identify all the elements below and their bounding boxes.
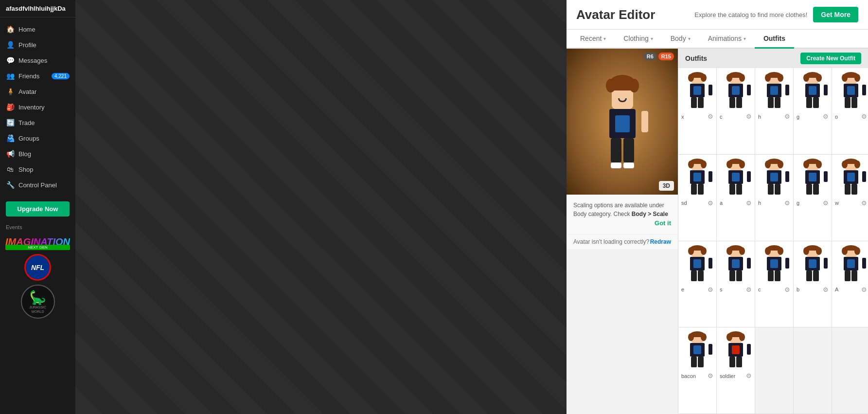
list-item[interactable]: e ⚙ <box>678 241 717 328</box>
mini-legs <box>806 184 819 195</box>
list-item[interactable]: soldier ⚙ <box>717 327 755 414</box>
3d-toggle-button[interactable]: 3D <box>659 181 674 191</box>
outfit-avatar <box>719 72 753 111</box>
gear-icon[interactable]: ⚙ <box>861 286 867 293</box>
outfit-avatar <box>719 245 753 284</box>
redraw-text: Avatar isn't loading correctly? <box>573 238 649 245</box>
tab-outfits[interactable]: Outfits <box>755 30 794 49</box>
gear-icon[interactable]: ⚙ <box>861 199 867 207</box>
nfl-logo[interactable]: NFL <box>24 254 51 281</box>
gear-icon[interactable]: ⚙ <box>823 199 829 207</box>
got-it-link[interactable]: Got it <box>573 218 671 228</box>
gear-icon[interactable]: ⚙ <box>746 372 752 379</box>
list-item[interactable]: w ⚙ <box>832 155 868 241</box>
sidebar-item-shop[interactable]: 🛍 Shop <box>0 162 75 177</box>
mini-right-foot <box>698 108 704 111</box>
redraw-link[interactable]: Redraw <box>650 238 671 245</box>
mini-shirt <box>770 259 778 268</box>
mini-shirt <box>809 173 816 181</box>
tab-clothing[interactable]: Clothing ▾ <box>615 30 661 49</box>
list-item[interactable]: c ⚙ <box>755 241 794 328</box>
mini-shirt <box>770 173 778 181</box>
gear-icon[interactable]: ⚙ <box>784 199 790 207</box>
list-item[interactable]: h ⚙ <box>755 68 794 155</box>
badge-r15[interactable]: R15 <box>658 53 674 60</box>
outfit-name: c <box>758 287 761 292</box>
sidebar-item-controlpanel[interactable]: 🔧 Control Panel <box>0 177 75 193</box>
gear-icon[interactable]: ⚙ <box>784 286 790 293</box>
mini-legs <box>845 270 857 281</box>
mini-body <box>844 84 858 97</box>
mini-left-leg <box>691 357 697 367</box>
sidebar-item-friends[interactable]: 👥 Friends 4,221 <box>0 68 75 84</box>
get-more-button[interactable]: Get More <box>813 7 858 22</box>
sidebar-item-trade[interactable]: 🔄 Trade <box>0 115 75 130</box>
list-item[interactable]: c ⚙ <box>717 68 755 155</box>
gear-icon[interactable]: ⚙ <box>708 286 713 293</box>
gear-icon[interactable]: ⚙ <box>746 286 752 293</box>
list-item[interactable]: a ⚙ <box>717 155 755 241</box>
outfit-avatar <box>680 72 714 111</box>
mini-left-foot <box>845 108 850 111</box>
sidebar-item-inventory[interactable]: 🎒 Inventory <box>0 99 75 115</box>
editor-header: Avatar Editor Explore the catalog to fin… <box>567 0 868 30</box>
tab-body[interactable]: Body ▾ <box>662 30 699 49</box>
tab-animations[interactable]: Animations ▾ <box>699 30 755 49</box>
mini-body <box>690 170 705 184</box>
list-item[interactable]: sd ⚙ <box>678 155 717 241</box>
list-item[interactable]: s ⚙ <box>717 241 755 328</box>
upgrade-button[interactable]: Upgrade Now <box>6 201 70 216</box>
badge-r6[interactable]: R6 <box>644 53 656 60</box>
mini-left-foot <box>729 195 735 198</box>
gear-icon[interactable]: ⚙ <box>708 113 713 120</box>
outfit-name-row: b ⚙ <box>796 285 830 293</box>
list-item[interactable]: A ⚙ <box>832 241 868 328</box>
gear-icon[interactable]: ⚙ <box>746 113 752 120</box>
outfit-name-row: A ⚙ <box>834 285 868 293</box>
sidebar-item-groups[interactable]: 🫂 Groups <box>0 130 75 146</box>
mini-legs <box>806 97 819 108</box>
chevron-down-icon: ▾ <box>651 36 653 41</box>
list-item[interactable]: g ⚙ <box>794 68 832 155</box>
outfit-name: soldier <box>720 373 735 379</box>
redraw-row: Avatar isn't loading correctly? Redraw <box>567 234 678 249</box>
gear-icon[interactable]: ⚙ <box>708 199 713 207</box>
mini-legs <box>768 270 780 281</box>
list-item[interactable]: h ⚙ <box>755 155 794 241</box>
list-item[interactable]: g ⚙ <box>794 155 832 241</box>
mini-right-arm <box>709 344 712 355</box>
sidebar-item-profile[interactable]: 👤 Profile <box>0 37 75 53</box>
outfit-avatar <box>834 159 868 198</box>
list-item[interactable]: o ⚙ <box>832 68 868 155</box>
mini-left-leg <box>768 184 774 195</box>
list-item[interactable]: b ⚙ <box>794 241 832 328</box>
mini-right-leg <box>698 357 704 367</box>
create-outfit-button[interactable]: Create New Outfit <box>800 53 861 64</box>
jurassic-logo[interactable]: 🦕 JURASSICWORLD <box>21 285 55 319</box>
gear-icon[interactable]: ⚙ <box>861 113 867 120</box>
sidebar-item-avatar[interactable]: 🧍 Avatar <box>0 84 75 99</box>
gear-icon[interactable]: ⚙ <box>823 113 829 120</box>
gear-icon[interactable]: ⚙ <box>823 286 829 293</box>
mini-right-leg <box>698 97 704 108</box>
mini-right-leg <box>775 184 780 195</box>
gear-icon[interactable]: ⚙ <box>708 372 713 379</box>
inventory-icon: 🎒 <box>6 103 15 111</box>
sidebar-item-blog[interactable]: 📢 Blog <box>0 146 75 162</box>
mini-right-arm <box>709 171 712 182</box>
mini-legs <box>691 184 704 195</box>
nfl-text: NFL <box>31 264 44 271</box>
tab-recent[interactable]: Recent ▾ <box>571 30 615 49</box>
gear-icon[interactable]: ⚙ <box>784 113 790 120</box>
mini-feet <box>845 281 857 284</box>
sidebar-item-messages[interactable]: 💬 Messages <box>0 53 75 68</box>
mini-legs <box>729 97 742 108</box>
mini-body <box>805 84 820 97</box>
gear-icon[interactable]: ⚙ <box>746 199 752 207</box>
list-item[interactable]: bacon ⚙ <box>678 327 717 414</box>
list-item[interactable]: x ⚙ <box>678 68 717 155</box>
chevron-down-icon: ▾ <box>603 36 606 41</box>
outfit-name-row: c ⚙ <box>757 285 791 293</box>
outfit-avatar <box>757 72 791 111</box>
sidebar-item-home[interactable]: 🏠 Home <box>0 21 75 37</box>
